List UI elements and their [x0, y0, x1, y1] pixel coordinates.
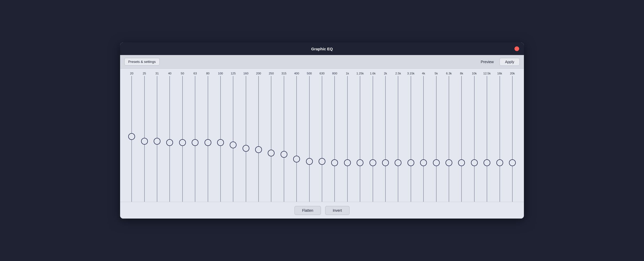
- slider-col-5k: [430, 76, 442, 202]
- freq-label-250: 250: [265, 72, 277, 75]
- slider-knob-80[interactable]: [205, 139, 211, 146]
- invert-button[interactable]: Invert: [325, 206, 350, 215]
- slider-knob-10k[interactable]: [471, 159, 478, 166]
- slider-col-31: [151, 76, 163, 202]
- slider-col-16k: [493, 76, 506, 202]
- slider-knob-6.3k[interactable]: [446, 159, 452, 166]
- slider-knob-12.5k[interactable]: [484, 159, 490, 166]
- freq-label-50: 50: [176, 72, 189, 75]
- freq-label-315: 315: [278, 72, 290, 75]
- toolbar-right: Preview Apply: [478, 58, 520, 66]
- slider-col-25: [138, 76, 151, 202]
- slider-knob-100[interactable]: [217, 139, 224, 146]
- slider-track-2.5k: [398, 76, 398, 202]
- slider-col-2k: [379, 76, 392, 202]
- slider-knob-160[interactable]: [243, 145, 249, 152]
- slider-knob-63[interactable]: [192, 139, 198, 146]
- freq-label-16k: 16k: [493, 72, 506, 75]
- frequency-labels: 2025314050638010012516020025031540050063…: [125, 72, 519, 75]
- freq-label-63: 63: [189, 72, 201, 75]
- slider-knob-16k[interactable]: [496, 159, 503, 166]
- slider-knob-50[interactable]: [179, 139, 186, 146]
- title-bar: Graphic EQ: [120, 42, 524, 55]
- slider-col-800: [328, 76, 341, 202]
- slider-col-80: [201, 76, 214, 202]
- freq-label-20k: 20k: [506, 72, 519, 75]
- slider-knob-315[interactable]: [281, 151, 287, 158]
- slider-track-8k: [461, 76, 462, 202]
- slider-col-630: [316, 76, 328, 202]
- freq-label-200: 200: [252, 72, 265, 75]
- slider-knob-125[interactable]: [230, 142, 237, 148]
- slider-col-160: [240, 76, 252, 202]
- freq-label-630: 630: [316, 72, 328, 75]
- freq-label-40: 40: [163, 72, 176, 75]
- freq-label-20: 20: [125, 72, 138, 75]
- slider-col-10k: [468, 76, 481, 202]
- slider-col-8k: [455, 76, 468, 202]
- slider-track-1.6k: [373, 76, 373, 202]
- slider-col-500: [303, 76, 315, 202]
- slider-knob-20k[interactable]: [509, 159, 516, 166]
- close-button[interactable]: [514, 46, 519, 51]
- slider-track-3.15k: [411, 76, 411, 202]
- slider-knob-5k[interactable]: [433, 159, 440, 166]
- slider-knob-800[interactable]: [331, 159, 338, 166]
- slider-knob-1.25k[interactable]: [357, 159, 363, 166]
- toolbar: Presets & settings Preview Apply: [120, 55, 524, 69]
- freq-label-6.3k: 6.3k: [443, 72, 455, 75]
- slider-track-12.5k: [487, 76, 487, 202]
- freq-label-2.5k: 2.5k: [392, 72, 404, 75]
- apply-button[interactable]: Apply: [500, 58, 520, 66]
- slider-knob-20[interactable]: [128, 133, 135, 140]
- slider-col-400: [290, 76, 303, 202]
- slider-col-125: [227, 76, 239, 202]
- slider-knob-200[interactable]: [255, 146, 262, 153]
- slider-knob-400[interactable]: [293, 156, 300, 162]
- slider-track-1k: [347, 76, 348, 202]
- eq-area: 2025314050638010012516020025031540050063…: [120, 69, 524, 202]
- slider-col-315: [278, 76, 290, 202]
- freq-label-1.6k: 1.6k: [366, 72, 379, 75]
- slider-col-250: [265, 76, 277, 202]
- sliders-container: [125, 76, 519, 202]
- slider-knob-2.5k[interactable]: [395, 159, 401, 166]
- slider-knob-250[interactable]: [268, 150, 275, 156]
- slider-knob-40[interactable]: [166, 139, 173, 146]
- slider-track-2k: [385, 76, 386, 202]
- slider-track-800: [334, 76, 335, 202]
- freq-label-400: 400: [290, 72, 303, 75]
- slider-col-4k: [417, 76, 430, 202]
- freq-label-125: 125: [227, 72, 239, 75]
- slider-track-10k: [474, 76, 475, 202]
- slider-track-250: [271, 76, 271, 202]
- slider-col-1.25k: [354, 76, 366, 202]
- slider-col-20k: [506, 76, 519, 202]
- slider-knob-1.6k[interactable]: [369, 159, 376, 166]
- flatten-button[interactable]: Flatten: [294, 206, 321, 215]
- freq-label-4k: 4k: [417, 72, 430, 75]
- slider-knob-8k[interactable]: [458, 159, 465, 166]
- slider-col-40: [163, 76, 176, 202]
- freq-label-80: 80: [201, 72, 214, 75]
- slider-track-200: [258, 76, 259, 202]
- slider-knob-2k[interactable]: [382, 159, 389, 166]
- slider-col-1.6k: [366, 76, 379, 202]
- slider-knob-4k[interactable]: [420, 159, 427, 166]
- freq-label-8k: 8k: [455, 72, 468, 75]
- slider-knob-1k[interactable]: [344, 159, 351, 166]
- freq-label-100: 100: [214, 72, 227, 75]
- slider-col-200: [252, 76, 265, 202]
- slider-knob-630[interactable]: [319, 158, 325, 165]
- slider-col-6.3k: [443, 76, 455, 202]
- presets-settings-button[interactable]: Presets & settings: [124, 58, 160, 66]
- slider-knob-3.15k[interactable]: [407, 159, 414, 166]
- slider-track-4k: [423, 76, 424, 202]
- preview-button[interactable]: Preview: [478, 58, 496, 66]
- freq-label-1.25k: 1.25k: [354, 72, 366, 75]
- slider-knob-25[interactable]: [141, 138, 148, 145]
- freq-label-500: 500: [303, 72, 315, 75]
- slider-knob-31[interactable]: [154, 138, 160, 145]
- slider-knob-500[interactable]: [306, 158, 313, 165]
- slider-track-6.3k: [449, 76, 449, 202]
